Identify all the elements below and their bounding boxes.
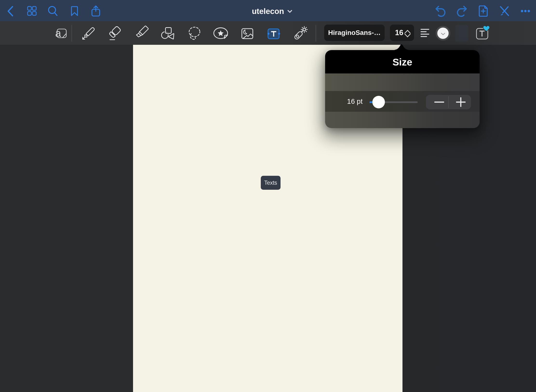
svg-text:a: a	[55, 27, 61, 39]
